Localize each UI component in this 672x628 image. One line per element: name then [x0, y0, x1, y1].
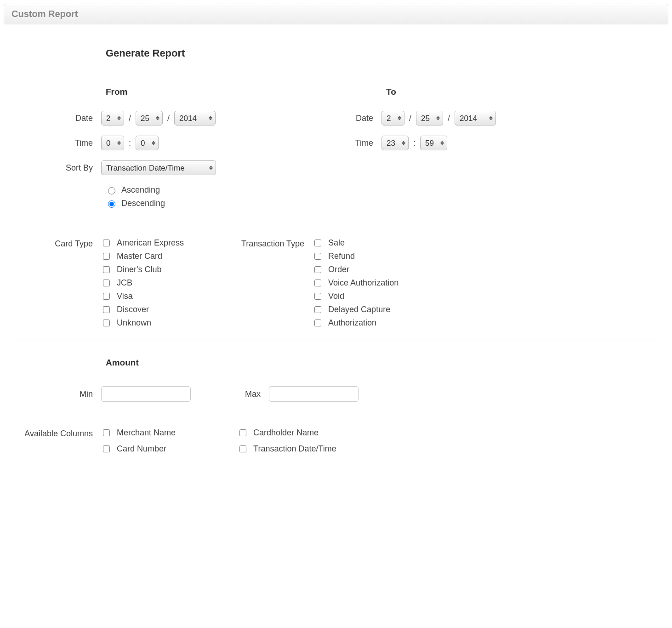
amount-title: Amount	[106, 358, 658, 368]
transaction-type-item-label[interactable]: Delayed Capture	[328, 305, 390, 314]
available-columns-section: Available Columns Merchant NameCard Numb…	[14, 428, 658, 454]
transaction-type-item-label[interactable]: Order	[328, 265, 349, 274]
card-type-item: American Express	[101, 238, 184, 248]
available-column-item-label[interactable]: Merchant Name	[117, 428, 176, 438]
transaction-type-item-label[interactable]: Void	[328, 291, 344, 301]
card-type-item: Discover	[101, 305, 184, 314]
from-date-label: Date	[14, 114, 101, 123]
to-minute-select[interactable]: 59	[420, 136, 447, 150]
card-type-checkbox[interactable]	[103, 240, 110, 246]
divider	[14, 225, 658, 225]
slash-separator: /	[448, 114, 450, 123]
card-type-item-label[interactable]: Diner's Club	[117, 265, 161, 274]
available-column-checkbox[interactable]	[103, 429, 110, 436]
divider	[14, 415, 658, 415]
transaction-type-item: Sale	[313, 238, 399, 248]
card-type-item-label[interactable]: Visa	[117, 291, 133, 301]
card-type-item-label[interactable]: Master Card	[117, 251, 162, 261]
available-column-item-label[interactable]: Transaction Date/Time	[253, 444, 336, 454]
transaction-type-item: Order	[313, 265, 399, 274]
available-column-item: Card Number	[101, 444, 176, 454]
card-type-item: Unknown	[101, 318, 184, 328]
available-column-item-label[interactable]: Card Number	[117, 444, 166, 454]
filters-section: Card Type American ExpressMaster CardDin…	[14, 238, 658, 328]
transaction-type-item: Delayed Capture	[313, 305, 399, 314]
amount-max-input[interactable]	[269, 386, 359, 402]
card-type-checkbox[interactable]	[103, 253, 110, 260]
from-month-select[interactable]: 2	[101, 111, 124, 126]
transaction-type-item-label[interactable]: Sale	[328, 238, 345, 248]
sort-by-row: Sort By Transaction Date/Time	[14, 160, 280, 175]
from-column: From Date 2 / 25 / 2014	[14, 87, 280, 212]
to-time-row: Time 23 : 59	[280, 136, 547, 150]
from-time-label: Time	[14, 138, 101, 148]
from-minute-select[interactable]: 0	[136, 136, 159, 150]
available-column-item: Merchant Name	[101, 428, 176, 438]
page-title: Generate Report	[106, 47, 658, 59]
from-time-row: Time 0 : 0	[14, 136, 280, 150]
available-column-checkbox[interactable]	[103, 445, 110, 452]
panel-title: Custom Report	[11, 9, 661, 19]
colon-separator: :	[413, 138, 416, 148]
transaction-type-item-label[interactable]: Voice Authorization	[328, 278, 399, 288]
sort-by-label: Sort By	[14, 163, 101, 173]
amount-min-label: Min	[14, 389, 101, 399]
descending-label[interactable]: Descending	[121, 199, 165, 208]
transaction-type-item-label[interactable]: Refund	[328, 251, 355, 261]
amount-min-input[interactable]	[101, 386, 191, 402]
transaction-type-item-label[interactable]: Authorization	[328, 318, 376, 328]
available-column-checkbox[interactable]	[239, 445, 246, 452]
sort-by-select[interactable]: Transaction Date/Time	[101, 160, 216, 175]
slash-separator: /	[167, 114, 170, 123]
card-type-checkbox[interactable]	[103, 266, 110, 273]
card-type-item-label[interactable]: Discover	[117, 305, 149, 314]
card-type-item: Diner's Club	[101, 265, 184, 274]
from-day-select[interactable]: 25	[136, 111, 163, 126]
to-hour-select[interactable]: 23	[382, 136, 409, 150]
to-label: To	[386, 87, 547, 97]
transaction-type-checkbox[interactable]	[314, 293, 321, 300]
available-columns-col2: Cardholder NameTransaction Date/Time	[238, 428, 336, 454]
from-year-select[interactable]: 2014	[174, 111, 216, 126]
card-type-items: American ExpressMaster CardDiner's ClubJ…	[101, 238, 184, 328]
transaction-type-item: Authorization	[313, 318, 399, 328]
transaction-type-checkbox[interactable]	[314, 320, 321, 326]
card-type-checkbox[interactable]	[103, 293, 110, 300]
transaction-type-checkbox[interactable]	[314, 253, 321, 260]
from-hour-select[interactable]: 0	[101, 136, 124, 150]
ascending-label[interactable]: Ascending	[121, 185, 160, 195]
card-type-item: Master Card	[101, 251, 184, 261]
card-type-item-label[interactable]: JCB	[117, 278, 132, 288]
amount-max-label: Max	[228, 389, 269, 399]
transaction-type-checkbox[interactable]	[314, 280, 321, 286]
available-column-checkbox[interactable]	[239, 429, 246, 436]
divider	[14, 341, 658, 341]
transaction-type-checkbox[interactable]	[314, 306, 321, 313]
from-date-row: Date 2 / 25 / 2014	[14, 111, 280, 126]
to-year-select[interactable]: 2014	[455, 111, 496, 126]
slash-separator: /	[409, 114, 411, 123]
card-type-label: Card Type	[14, 238, 101, 328]
transaction-type-items: SaleRefundOrderVoice AuthorizationVoidDe…	[313, 238, 399, 328]
transaction-type-checkbox[interactable]	[314, 240, 321, 246]
available-column-item: Cardholder Name	[238, 428, 336, 438]
card-type-column: Card Type American ExpressMaster CardDin…	[14, 238, 184, 328]
transaction-type-item: Void	[313, 291, 399, 301]
to-day-select[interactable]: 25	[416, 111, 443, 126]
colon-separator: :	[129, 138, 131, 148]
available-column-item-label[interactable]: Cardholder Name	[253, 428, 319, 438]
transaction-type-checkbox[interactable]	[314, 266, 321, 273]
amount-row: Min Max	[14, 386, 658, 402]
card-type-checkbox[interactable]	[103, 306, 110, 313]
to-month-select[interactable]: 2	[382, 111, 404, 126]
card-type-item-label[interactable]: Unknown	[117, 318, 151, 328]
descending-radio[interactable]	[108, 200, 115, 208]
available-columns-col1: Merchant NameCard Number	[101, 428, 176, 454]
card-type-checkbox[interactable]	[103, 280, 110, 286]
to-date-label: Date	[280, 114, 382, 123]
to-time-label: Time	[280, 138, 382, 148]
ascending-radio[interactable]	[108, 187, 115, 194]
card-type-checkbox[interactable]	[103, 320, 110, 326]
card-type-item-label[interactable]: American Express	[117, 238, 184, 248]
slash-separator: /	[129, 114, 131, 123]
